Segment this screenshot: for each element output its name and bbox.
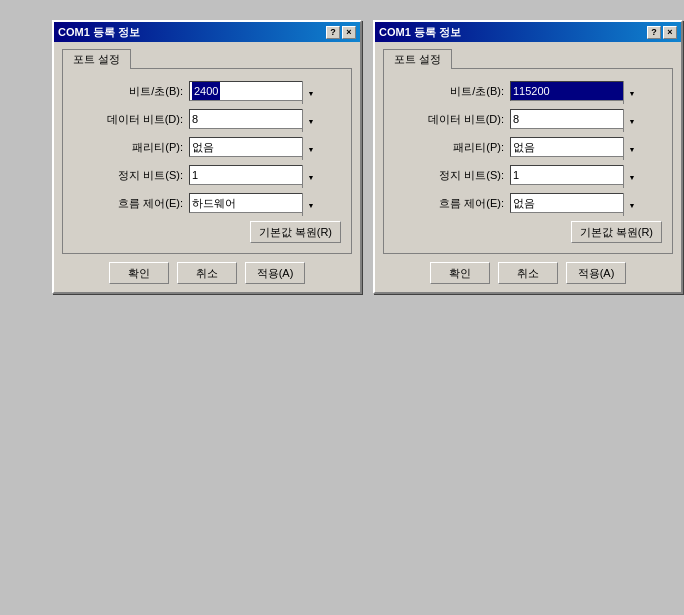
left-flowctrl-select[interactable]: 하드웨어 ▼ (189, 193, 319, 213)
left-bps-select[interactable]: 2400 ▼ (189, 81, 319, 101)
right-parity-label: 패리티(P): (394, 140, 504, 155)
right-parity-row: 패리티(P): 없음 ▼ (394, 137, 662, 157)
left-stopbits-value: 1 (190, 169, 302, 181)
right-flowctrl-row: 흐름 제어(E): 없음 ▼ (394, 193, 662, 213)
left-parity-value: 없음 (190, 140, 302, 155)
left-bps-row: 비트/초(B): 2400 ▼ (73, 81, 341, 101)
left-bps-select-wrapper: 2400 ▼ (189, 81, 319, 101)
left-stopbits-row: 정지 비트(S): 1 ▼ (73, 165, 341, 185)
left-dialog-buttons: 확인 취소 적용(A) (62, 262, 352, 284)
left-window-title: COM1 등록 정보 (58, 25, 140, 40)
right-restore-row: 기본값 복원(R) (394, 221, 662, 243)
right-databits-select-wrapper: 8 ▼ (510, 109, 640, 129)
left-databits-select-wrapper: 8 ▼ (189, 109, 319, 129)
right-flowctrl-arrow[interactable]: ▼ (623, 194, 639, 212)
right-stopbits-row: 정지 비트(S): 1 ▼ (394, 165, 662, 185)
left-port-settings-tab[interactable]: 포트 설정 (62, 49, 131, 69)
left-close-button[interactable]: × (342, 26, 356, 39)
left-stopbits-arrow[interactable]: ▼ (302, 166, 318, 184)
right-bps-label: 비트/초(B): (394, 84, 504, 99)
left-restore-row: 기본값 복원(R) (73, 221, 341, 243)
left-dialog-window: COM1 등록 정보 ? × 포트 설정 비트/초(B): 2400 ▼ 데이터… (52, 20, 362, 294)
right-databits-label: 데이터 비트(D): (394, 112, 504, 127)
right-title-bar: COM1 등록 정보 ? × (375, 22, 681, 42)
left-bps-arrow[interactable]: ▼ (302, 82, 318, 100)
right-bps-select-wrapper: 115200 ▼ (510, 81, 640, 101)
left-tab-area: 포트 설정 (54, 42, 360, 68)
right-close-button[interactable]: × (663, 26, 677, 39)
left-title-buttons: ? × (326, 26, 356, 39)
right-stopbits-value: 1 (511, 169, 623, 181)
right-dialog-buttons: 확인 취소 적용(A) (383, 262, 673, 284)
left-flowctrl-value: 하드웨어 (190, 196, 302, 211)
left-flowctrl-label: 흐름 제어(E): (73, 196, 183, 211)
right-bps-row: 비트/초(B): 115200 ▼ (394, 81, 662, 101)
right-parity-arrow[interactable]: ▼ (623, 138, 639, 156)
right-stopbits-select[interactable]: 1 ▼ (510, 165, 640, 185)
right-flowctrl-select-wrapper: 없음 ▼ (510, 193, 640, 213)
right-cancel-button[interactable]: 취소 (498, 262, 558, 284)
right-tab-area: 포트 설정 (375, 42, 681, 68)
left-flowctrl-select-wrapper: 하드웨어 ▼ (189, 193, 319, 213)
right-content-area: 비트/초(B): 115200 ▼ 데이터 비트(D): 8 ▼ 패리티(P): (383, 68, 673, 254)
left-parity-label: 패리티(P): (73, 140, 183, 155)
right-stopbits-select-wrapper: 1 ▼ (510, 165, 640, 185)
right-dialog-window: COM1 등록 정보 ? × 포트 설정 비트/초(B): 115200 ▼ 데… (373, 20, 683, 294)
right-apply-button[interactable]: 적용(A) (566, 262, 626, 284)
right-ok-button[interactable]: 확인 (430, 262, 490, 284)
left-flowctrl-arrow[interactable]: ▼ (302, 194, 318, 212)
left-bps-label: 비트/초(B): (73, 84, 183, 99)
left-parity-arrow[interactable]: ▼ (302, 138, 318, 156)
right-databits-value: 8 (511, 113, 623, 125)
right-bps-arrow[interactable]: ▼ (623, 82, 639, 100)
left-apply-button[interactable]: 적용(A) (245, 262, 305, 284)
left-databits-select[interactable]: 8 ▼ (189, 109, 319, 129)
right-restore-button[interactable]: 기본값 복원(R) (571, 221, 662, 243)
left-stopbits-label: 정지 비트(S): (73, 168, 183, 183)
left-databits-value: 8 (190, 113, 302, 125)
right-flowctrl-select[interactable]: 없음 ▼ (510, 193, 640, 213)
right-bps-value: 115200 (511, 85, 623, 97)
left-parity-row: 패리티(P): 없음 ▼ (73, 137, 341, 157)
right-parity-select[interactable]: 없음 ▼ (510, 137, 640, 157)
right-flowctrl-label: 흐름 제어(E): (394, 196, 504, 211)
left-content-area: 비트/초(B): 2400 ▼ 데이터 비트(D): 8 ▼ (62, 68, 352, 254)
right-window-title: COM1 등록 정보 (379, 25, 461, 40)
right-parity-value: 없음 (511, 140, 623, 155)
left-parity-select[interactable]: 없음 ▼ (189, 137, 319, 157)
left-stopbits-select[interactable]: 1 ▼ (189, 165, 319, 185)
left-title-bar: COM1 등록 정보 ? × (54, 22, 360, 42)
left-flowctrl-row: 흐름 제어(E): 하드웨어 ▼ (73, 193, 341, 213)
right-stopbits-arrow[interactable]: ▼ (623, 166, 639, 184)
right-flowctrl-value: 없음 (511, 196, 623, 211)
right-title-buttons: ? × (647, 26, 677, 39)
right-bps-select[interactable]: 115200 ▼ (510, 81, 640, 101)
left-help-button[interactable]: ? (326, 26, 340, 39)
right-databits-select[interactable]: 8 ▼ (510, 109, 640, 129)
left-databits-label: 데이터 비트(D): (73, 112, 183, 127)
right-databits-row: 데이터 비트(D): 8 ▼ (394, 109, 662, 129)
left-cancel-button[interactable]: 취소 (177, 262, 237, 284)
left-databits-row: 데이터 비트(D): 8 ▼ (73, 109, 341, 129)
right-help-button[interactable]: ? (647, 26, 661, 39)
left-restore-button[interactable]: 기본값 복원(R) (250, 221, 341, 243)
right-databits-arrow[interactable]: ▼ (623, 110, 639, 128)
left-ok-button[interactable]: 확인 (109, 262, 169, 284)
left-bps-value: 2400 (190, 82, 302, 100)
left-parity-select-wrapper: 없음 ▼ (189, 137, 319, 157)
right-port-settings-tab[interactable]: 포트 설정 (383, 49, 452, 69)
right-parity-select-wrapper: 없음 ▼ (510, 137, 640, 157)
left-databits-arrow[interactable]: ▼ (302, 110, 318, 128)
left-stopbits-select-wrapper: 1 ▼ (189, 165, 319, 185)
right-stopbits-label: 정지 비트(S): (394, 168, 504, 183)
